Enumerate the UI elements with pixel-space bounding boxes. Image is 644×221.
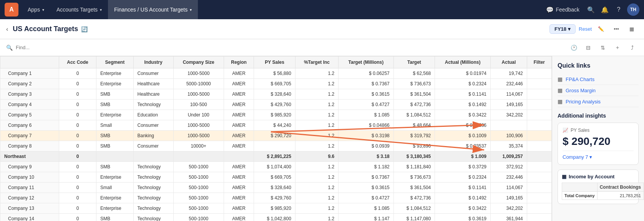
refresh-icon[interactable]: 🔄 bbox=[81, 26, 88, 32]
view-toggle-button[interactable]: ▦ bbox=[626, 23, 638, 35]
quick-link-fpa-charts[interactable]: ▦ FP&A Charts bbox=[558, 74, 639, 85]
nav-tab-accounts-label: Accounts Targets bbox=[56, 7, 98, 13]
table-row[interactable]: Company 30SMBHealthcare1000-5000AMER$ 32… bbox=[0, 89, 552, 100]
py-sales-card: 📈 PY Sales $ 290,720 Company 7 ▾ bbox=[558, 123, 639, 165]
col-header-segment: Segment bbox=[96, 56, 133, 68]
col-header-actualm: Actual (Millions) bbox=[435, 56, 491, 68]
top-nav: A Apps ▾ Accounts Targets ▾ Finances / U… bbox=[0, 0, 644, 19]
filter-button[interactable]: ⊟ bbox=[583, 42, 594, 53]
chevron-down-icon: ▾ bbox=[190, 8, 192, 12]
quick-link-fpa-label: FP&A Charts bbox=[566, 76, 594, 82]
income-card-title: ▦ Income by Account bbox=[562, 174, 634, 179]
nav-tab-finances[interactable]: Finances / US Account Targets ▾ bbox=[108, 0, 198, 19]
quick-link-pricing-label: Pricing Analysis bbox=[566, 99, 601, 105]
more-options-button[interactable]: ••• bbox=[610, 23, 622, 35]
search-icon: 🔍 bbox=[6, 45, 13, 51]
notifications-button[interactable]: 🔔 bbox=[598, 3, 612, 17]
gross-margin-icon: ▦ bbox=[558, 87, 563, 93]
page-title: US Account Targets 🔄 bbox=[13, 25, 88, 33]
col-header-region: Region bbox=[224, 56, 254, 68]
col-header-companysize: Company Size bbox=[173, 56, 224, 68]
col-header-industry: Industry bbox=[133, 56, 173, 68]
user-avatar[interactable]: TH bbox=[627, 3, 639, 16]
col-header-target: Target bbox=[393, 56, 435, 68]
income-table: Contract Bookings Professional Services … bbox=[562, 183, 644, 200]
col-header-actual: Actual bbox=[491, 56, 527, 68]
table-row[interactable]: Company 140SMBTechnology500-1000AMER$ 1,… bbox=[0, 214, 552, 221]
main-layout: Acc Code Segment Industry Company Size R… bbox=[0, 56, 644, 221]
quick-link-gross-label: Gross Margin bbox=[566, 88, 596, 93]
quick-link-gross-margin[interactable]: ▦ Gross Margin bbox=[558, 85, 639, 96]
export-button[interactable]: ⤴ bbox=[626, 42, 638, 53]
quick-link-pricing-analysis[interactable]: ▦ Pricing Analysis bbox=[558, 96, 639, 107]
table-row[interactable]: Company 50EnterpriseEducationUnder 100AM… bbox=[0, 110, 552, 120]
income-table-row: Total Company 21,783,251 50,946,739 bbox=[562, 192, 644, 200]
table-row[interactable]: Company 100EnterpriseTechnology500-1000A… bbox=[0, 172, 552, 183]
nav-tab-apps-label: Apps bbox=[28, 7, 40, 13]
table-row[interactable]: Company 60SmallConsumer1000-5000AMER$ 44… bbox=[0, 120, 552, 131]
feedback-label: Feedback bbox=[556, 7, 579, 13]
income-row-label: Total Company bbox=[562, 192, 598, 200]
app-logo: A bbox=[5, 3, 18, 17]
col-header-targetm: Target (Millions) bbox=[339, 56, 394, 68]
table-row[interactable]: Company 10EnterpriseConsumer1000-5000AME… bbox=[0, 68, 552, 79]
income-by-account-card: ▦ Income by Account Contract Bookings Pr… bbox=[558, 169, 639, 204]
nav-tab-accounts-targets[interactable]: Accounts Targets ▾ bbox=[50, 0, 108, 19]
data-table: Acc Code Segment Industry Company Size R… bbox=[0, 56, 552, 221]
insights-company-selector[interactable]: Company 7 ▾ bbox=[563, 151, 634, 160]
chevron-down-icon: ▾ bbox=[100, 8, 102, 12]
table-row[interactable]: Company 40SMBTechnology100-500AMER$ 429,… bbox=[0, 100, 552, 110]
income-table-icon: ▦ bbox=[562, 174, 566, 179]
pricing-analysis-icon: ▦ bbox=[558, 98, 563, 105]
add-button[interactable]: ＋ bbox=[612, 42, 623, 53]
table-row[interactable]: Company 80SMBConsumer10000+AMER1.2$ 0.09… bbox=[0, 141, 552, 151]
col-header-acccode: Acc Code bbox=[59, 56, 96, 68]
col-header-filter: Filter bbox=[527, 56, 551, 68]
table-row[interactable]: Company 130EnterpriseTechnology500-1000A… bbox=[0, 203, 552, 214]
col-header-pysales: PY Sales bbox=[254, 56, 295, 68]
py-sales-value: $ 290,720 bbox=[563, 135, 634, 148]
nav-tab-apps[interactable]: Apps ▾ bbox=[22, 0, 50, 19]
income-col-blank bbox=[562, 183, 598, 192]
table-row[interactable]: Northeast0$ 2,891,2259.6$ 3.18$ 3,180,34… bbox=[0, 151, 552, 162]
history-button[interactable]: 🕐 bbox=[568, 42, 579, 53]
table-row[interactable]: Company 110SmallTechnology500-1000AMER$ … bbox=[0, 183, 552, 193]
fpa-charts-icon: ▦ bbox=[558, 76, 563, 82]
table-row[interactable]: Company 90SMBTechnology500-1000AMER$ 1,0… bbox=[0, 162, 552, 172]
col-header-targetinc: %Target Inc bbox=[295, 56, 338, 68]
search-bar: 🔍 🕐 ⊟ ⇅ ＋ ⤴ bbox=[0, 39, 644, 56]
search-input[interactable] bbox=[16, 45, 565, 50]
chevron-down-icon: ▾ bbox=[42, 8, 44, 12]
income-col-contract: Contract Bookings bbox=[597, 183, 643, 192]
search-button[interactable]: 🔍 bbox=[584, 3, 598, 17]
trending-icon: 📈 bbox=[563, 128, 568, 133]
fy-chevron-icon: ▾ bbox=[568, 26, 571, 32]
fy-selector[interactable]: FY18 ▾ bbox=[549, 24, 576, 34]
search-actions: 🕐 ⊟ ⇅ ＋ ⤴ bbox=[568, 42, 638, 53]
table-row[interactable]: Company 70SMBBanking1000-5000AMER$ 290,7… bbox=[0, 131, 552, 141]
page-header: ‹ US Account Targets 🔄 FY18 ▾ Reset ✏️ •… bbox=[0, 19, 644, 39]
col-header-company bbox=[0, 56, 59, 68]
additional-insights-title: Additional insights bbox=[558, 113, 639, 119]
data-table-area[interactable]: Acc Code Segment Industry Company Size R… bbox=[0, 56, 552, 221]
py-sales-header: 📈 PY Sales bbox=[563, 128, 634, 133]
table-row[interactable]: Company 120EnterpriseTechnology500-1000A… bbox=[0, 193, 552, 203]
edit-button[interactable]: ✏️ bbox=[595, 23, 607, 35]
help-button[interactable]: ? bbox=[612, 3, 626, 17]
reset-button[interactable]: Reset bbox=[579, 26, 592, 32]
table-row[interactable]: Company 20EnterpriseHealthcare5000-10000… bbox=[0, 79, 552, 89]
back-button[interactable]: ‹ bbox=[6, 26, 8, 33]
income-contract-value: 21,783,251 bbox=[597, 192, 643, 200]
feedback-icon: 💬 bbox=[546, 6, 554, 13]
sort-button[interactable]: ⇅ bbox=[597, 42, 609, 53]
nav-tab-finances-label: Finances / US Account Targets bbox=[114, 7, 188, 13]
quick-links-title: Quick links bbox=[558, 62, 639, 69]
right-panel: Quick links ▦ FP&A Charts ▦ Gross Margin… bbox=[552, 56, 644, 221]
feedback-button[interactable]: 💬 Feedback bbox=[541, 6, 584, 13]
selector-chevron-icon: ▾ bbox=[589, 154, 592, 160]
